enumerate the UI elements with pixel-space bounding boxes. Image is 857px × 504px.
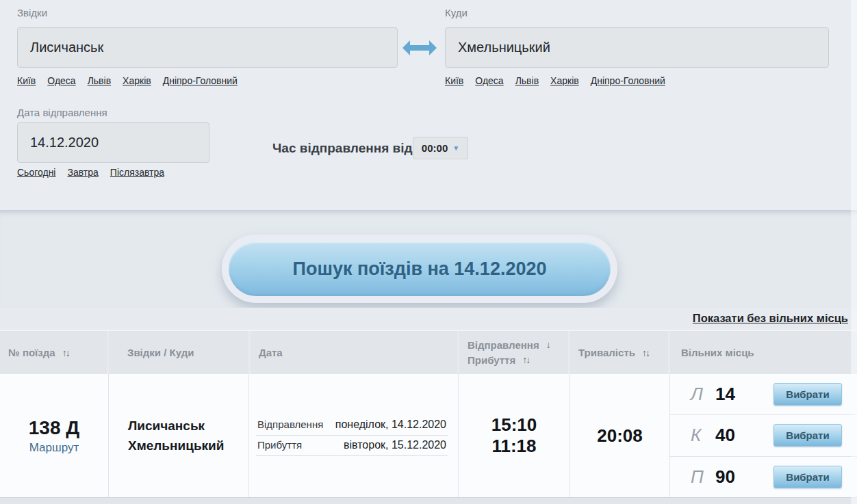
search-button-glow: Пошук поїздів на 14.12.2020 [222, 235, 617, 303]
route-from: Лисичанськ [128, 416, 248, 436]
table-row: 138 Д Маршрут Лисичанськ Хмельницький Ві… [0, 374, 857, 497]
from-station-input[interactable] [17, 27, 398, 68]
seat-class-label: П [691, 466, 710, 488]
seat-count: 90 [715, 466, 735, 488]
date-quick-links: Сьогодні Завтра Післязавтра [17, 167, 164, 178]
choose-seat-p-button[interactable]: Вибрати [773, 466, 842, 488]
seat-class-label: Л [691, 384, 710, 405]
time-from-value: 00:00 [422, 142, 448, 154]
choose-seat-k-button[interactable]: Вибрати [773, 424, 842, 447]
cell-train-no: 138 Д Маршрут [0, 374, 108, 497]
from-link-lviv[interactable]: Львів [88, 75, 111, 86]
from-label: Звідки [17, 7, 47, 18]
cell-seats: Л 14 Вибрати К 40 Вибрати П 90 Вибрати [669, 374, 857, 497]
route-link[interactable]: Маршрут [29, 441, 79, 455]
seat-count: 14 [715, 384, 735, 405]
results-section: Показати без вільних місць № поїзда ↑↓ З… [0, 308, 857, 504]
train-number: 138 Д [29, 417, 79, 439]
sort-duration-icon[interactable]: ↑↓ [642, 347, 649, 358]
duration-value: 20:08 [597, 425, 643, 447]
header-departure-arrival[interactable]: Відправлення ↓ Прибуття ↑↓ [459, 331, 568, 374]
to-station-input[interactable] [445, 27, 829, 68]
arrival-date-line: Прибуття вівторок, 15.12.2020 [256, 436, 448, 456]
chevron-down-icon: ▼ [452, 144, 459, 152]
departure-date-line: Відправлення понеділок, 14.12.2020 [256, 415, 448, 436]
header-duration[interactable]: Тривалість ↑↓ [570, 331, 668, 374]
route-to: Хмельницький [128, 436, 248, 455]
header-route: Звідки / Куди [109, 331, 248, 374]
choose-seat-l-button[interactable]: Вибрати [773, 383, 842, 406]
from-link-dnipro[interactable]: Дніпро-Головний [163, 75, 238, 86]
search-trains-button[interactable]: Пошук поїздів на 14.12.2020 [229, 241, 611, 296]
departure-time: 15:10 [491, 414, 537, 436]
from-link-kharkiv[interactable]: Харків [123, 75, 151, 86]
date-link-tomorrow[interactable]: Завтра [67, 167, 98, 178]
train-search-page: Звідки Куди Київ Одеса Львів Харків Дніп… [0, 0, 857, 504]
sort-train-no-icon[interactable]: ↑↓ [62, 347, 69, 358]
time-from-select[interactable]: 00:00 ▼ [413, 137, 468, 159]
arrival-time: 11:18 [491, 436, 536, 457]
to-link-dnipro[interactable]: Дніпро-Головний [591, 75, 665, 86]
time-from-label: Час відправлення від [272, 141, 413, 156]
seat-count: 40 [715, 425, 735, 446]
to-quick-links: Київ Одеса Львів Харків Дніпро-Головний [445, 75, 665, 86]
date-link-today[interactable]: Сьогодні [17, 167, 55, 178]
header-date: Дата [251, 331, 457, 374]
date-link-aftertomorrow[interactable]: Післязавтра [110, 167, 164, 178]
to-link-lviv[interactable]: Львів [515, 75, 539, 86]
sort-arrival-icon[interactable]: ↑↓ [522, 354, 529, 367]
to-link-kyiv[interactable]: Київ [445, 75, 463, 86]
search-band: Пошук поїздів на 14.12.2020 [0, 210, 857, 308]
date-input[interactable] [17, 122, 209, 163]
cell-dates: Відправлення понеділок, 14.12.2020 Прибу… [248, 374, 458, 497]
seat-row-p: П 90 Вибрати [670, 456, 857, 497]
seat-row-l: Л 14 Вибрати [670, 374, 857, 414]
from-link-odesa[interactable]: Одеса [47, 75, 75, 86]
scrollbar-track[interactable] [851, 0, 857, 504]
results-table-header: № поїзда ↑↓ Звідки / Куди Дата Відправле… [0, 330, 857, 374]
seat-class-label: К [691, 425, 710, 446]
cell-route: Лисичанськ Хмельницький [108, 374, 248, 497]
sort-departure-icon[interactable]: ↓ [546, 339, 550, 352]
to-link-odesa[interactable]: Одеса [475, 75, 503, 86]
from-link-kyiv[interactable]: Київ [17, 75, 36, 86]
from-quick-links: Київ Одеса Львів Харків Дніпро-Головний [17, 75, 238, 86]
departure-date-label: Відправлення [257, 419, 323, 430]
to-label: Куди [445, 7, 468, 18]
swap-stations-icon[interactable] [402, 38, 437, 58]
header-seats: Вільних місць [670, 331, 857, 374]
arrival-date-label: Прибуття [257, 439, 302, 451]
departure-date-value: понеділок, 14.12.2020 [335, 419, 446, 431]
search-form: Звідки Куди Київ Одеса Львів Харків Дніп… [0, 0, 857, 210]
cell-duration: 20:08 [570, 374, 669, 497]
bottom-divider [0, 497, 857, 504]
cell-times: 15:10 11:18 [458, 374, 570, 497]
to-link-kharkiv[interactable]: Харків [550, 75, 579, 86]
arrival-date-value: вівторок, 15.12.2020 [344, 439, 446, 451]
header-train-no[interactable]: № поїзда ↑↓ [0, 331, 107, 374]
seat-row-k: К 40 Вибрати [670, 414, 857, 455]
show-without-seats-link[interactable]: Показати без вільних місць [693, 312, 848, 325]
date-label: Дата відправлення [17, 107, 107, 118]
